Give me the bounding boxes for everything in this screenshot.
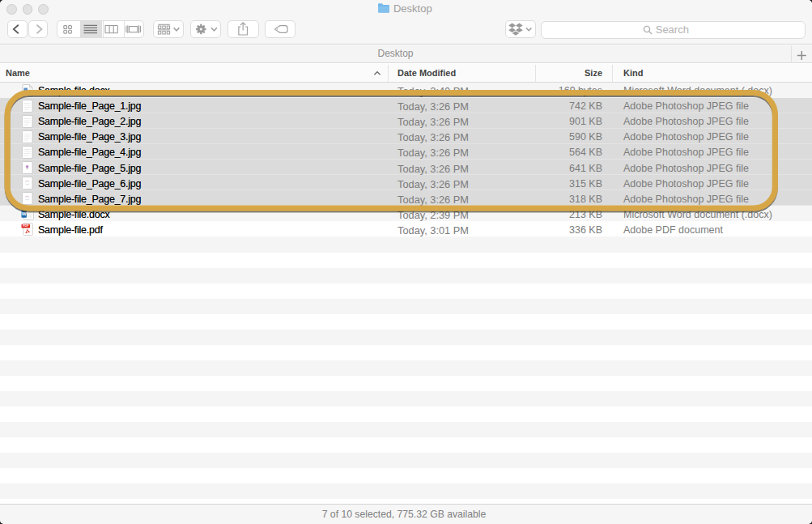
svg-text:W: W xyxy=(22,211,27,216)
svg-text:PDF: PDF xyxy=(23,224,29,228)
